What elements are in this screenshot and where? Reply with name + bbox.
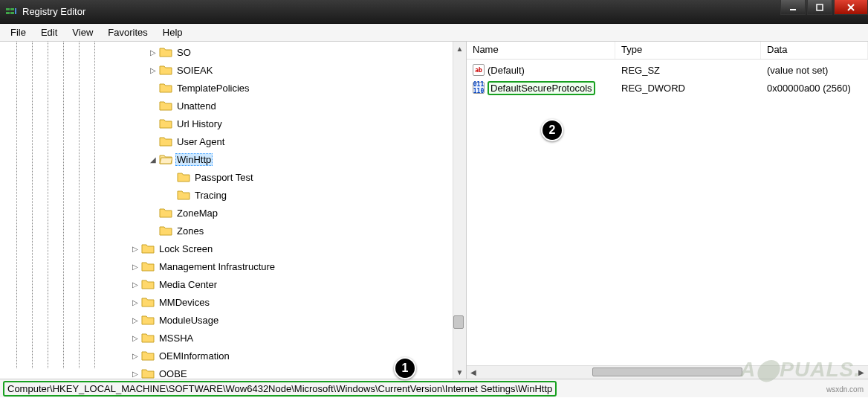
expander-icon[interactable]: ▷ — [131, 369, 140, 378]
expander-icon[interactable]: ◢ — [149, 155, 158, 164]
expander-icon — [149, 137, 158, 146]
tree-item-zonemap[interactable]: ZoneMap — [0, 204, 466, 222]
expander-icon — [149, 226, 158, 235]
tree-item-templatepolicies[interactable]: TemplatePolicies — [0, 79, 466, 97]
tree-item-url-history[interactable]: Url History — [0, 115, 466, 132]
svg-rect-6 — [817, 4, 823, 10]
scroll-left-icon[interactable]: ◀ — [467, 366, 480, 379]
tree-item-label: OEMInformation — [158, 350, 231, 362]
values-header: Name Type Data — [467, 42, 868, 60]
folder-icon — [141, 260, 155, 272]
tree-item-label: Zones — [175, 225, 205, 237]
menu-favorites[interactable]: Favorites — [100, 25, 155, 39]
value-name: (Default) — [488, 65, 525, 76]
scroll-up-icon[interactable]: ▲ — [453, 42, 466, 55]
tree-item-label: SO — [175, 46, 192, 59]
maximize-button[interactable] — [807, 0, 832, 15]
folder-icon — [159, 225, 172, 237]
window-title: Registry Editor — [22, 6, 85, 17]
expander-icon[interactable]: ▷ — [149, 48, 158, 57]
status-bar: Computer\HKEY_LOCAL_MACHINE\SOFTWARE\Wow… — [0, 379, 868, 397]
tree-item-mssha[interactable]: ▷MSSHA — [0, 329, 466, 347]
expander-icon[interactable]: ▷ — [149, 65, 158, 74]
folder-icon — [177, 189, 190, 201]
menu-help[interactable]: Help — [155, 25, 190, 39]
tree-item-winhttp[interactable]: ◢WinHttp — [0, 150, 466, 168]
tree-item-media-center[interactable]: ▷Media Center — [0, 275, 466, 293]
scroll-thumb[interactable] — [453, 315, 464, 329]
expander-icon[interactable]: ▷ — [131, 351, 140, 360]
tree-item-mmdevices[interactable]: ▷MMDevices — [0, 293, 466, 311]
folder-icon — [141, 278, 155, 290]
menu-file[interactable]: File — [3, 25, 33, 39]
menu-edit[interactable]: Edit — [33, 25, 65, 39]
column-header-data[interactable]: Data — [761, 42, 868, 59]
tree-item-label: Lock Screen — [158, 243, 214, 255]
tree-item-tracing[interactable]: Tracing — [0, 186, 466, 204]
tree-item-zones[interactable]: Zones — [0, 222, 466, 240]
expander-icon[interactable]: ▷ — [131, 315, 140, 324]
tree-item-label: Url History — [175, 118, 224, 130]
tree-item-label: SOIEAK — [175, 64, 214, 77]
expander-icon[interactable]: ▷ — [131, 262, 140, 271]
cell-type: REG_SZ — [615, 65, 761, 76]
value-name: DefaultSecureProtocols — [488, 81, 595, 95]
folder-icon — [159, 118, 172, 129]
tree-item-lock-screen[interactable]: ▷Lock Screen — [0, 240, 466, 257]
scroll-down-icon[interactable]: ▼ — [453, 365, 466, 379]
cell-name: 011 110DefaultSecureProtocols — [467, 81, 615, 95]
title-bar[interactable]: Registry Editor — [0, 0, 868, 24]
menu-view[interactable]: View — [65, 25, 100, 39]
cell-name: ab(Default) — [467, 64, 615, 76]
svg-rect-1 — [10, 8, 14, 10]
value-row[interactable]: 011 110DefaultSecureProtocolsREG_DWORD0x… — [467, 79, 868, 97]
tree-vertical-scrollbar[interactable]: ▲ ▼ — [453, 42, 466, 379]
expander-icon[interactable]: ▷ — [131, 280, 140, 289]
expander-icon — [166, 190, 175, 199]
tree-pane[interactable]: ▷SO▷SOIEAKTemplatePoliciesUnattendUrl Hi… — [0, 42, 467, 379]
expander-icon[interactable]: ▷ — [131, 333, 140, 342]
svg-rect-4 — [15, 8, 16, 14]
tree-item-label: OOBE — [158, 367, 189, 379]
close-button[interactable] — [834, 0, 868, 15]
tree-item-unattend[interactable]: Unattend — [0, 97, 466, 115]
column-header-name[interactable]: Name — [467, 42, 615, 59]
folder-icon — [159, 153, 172, 165]
tree-item-management-infrastructure[interactable]: ▷Management Infrastructure — [0, 257, 466, 275]
tree-item-moduleusage[interactable]: ▷ModuleUsage — [0, 311, 466, 329]
expander-icon — [149, 119, 158, 128]
tree-item-label: ModuleUsage — [158, 314, 220, 327]
tree-item-oeminformation[interactable]: ▷OEMInformation — [0, 347, 466, 365]
expander-icon[interactable]: ▷ — [131, 244, 140, 253]
app-icon — [4, 5, 18, 19]
values-pane[interactable]: Name Type Data ab(Default)REG_SZ(value n… — [467, 42, 868, 379]
folder-icon — [159, 135, 172, 147]
scroll-track[interactable] — [480, 366, 855, 379]
expander-icon — [149, 83, 158, 92]
minimize-button[interactable] — [780, 0, 806, 15]
address-path[interactable]: Computer\HKEY_LOCAL_MACHINE\SOFTWARE\Wow… — [3, 381, 557, 397]
svg-rect-0 — [6, 8, 10, 10]
folder-icon — [141, 350, 155, 362]
folder-icon — [141, 296, 155, 308]
window-controls — [779, 0, 868, 23]
tree-item-passport-test[interactable]: Passport Test — [0, 168, 466, 186]
tree-item-soieak[interactable]: ▷SOIEAK — [0, 61, 466, 79]
tree-item-user-agent[interactable]: User Agent — [0, 132, 466, 150]
content-area: ▷SO▷SOIEAKTemplatePoliciesUnattendUrl Hi… — [0, 42, 868, 379]
tree-item-label: Passport Test — [193, 171, 255, 184]
tree-item-so[interactable]: ▷SO — [0, 43, 466, 61]
values-horizontal-scrollbar[interactable]: ◀ ▶ — [467, 365, 868, 379]
folder-icon — [141, 332, 155, 344]
scroll-thumb[interactable] — [592, 367, 742, 376]
expander-icon — [166, 173, 175, 182]
svg-rect-3 — [10, 12, 14, 14]
cell-data: 0x00000a00 (2560) — [761, 83, 868, 94]
folder-icon — [159, 100, 172, 112]
tree-item-oobe[interactable]: ▷OOBE — [0, 365, 466, 379]
scroll-right-icon[interactable]: ▶ — [855, 366, 868, 379]
column-header-type[interactable]: Type — [615, 42, 761, 59]
expander-icon[interactable]: ▷ — [131, 298, 140, 306]
tree-item-label: MSSHA — [158, 332, 195, 344]
value-row[interactable]: ab(Default)REG_SZ(value not set) — [467, 61, 868, 79]
